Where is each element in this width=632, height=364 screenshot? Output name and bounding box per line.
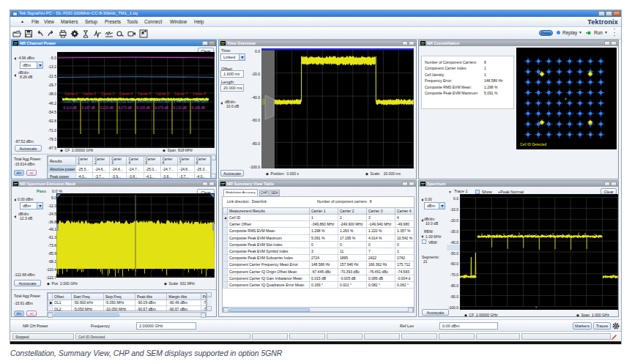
svg-text:-5.305 dBm: -5.305 dBm — [154, 100, 171, 103]
svg-text:Carrier 7: Carrier 7 — [174, 92, 187, 96]
svg-text:-9.273 dB: -9.273 dB — [117, 106, 132, 110]
svg-text:-9.167 dB: -9.167 dB — [81, 106, 95, 110]
svg-text:-5.499 dBm: -5.499 dBm — [190, 100, 208, 103]
svg-text:Carrier 5: Carrier 5 — [138, 92, 151, 96]
svg-text:-5.402 dBm: -5.402 dBm — [172, 100, 190, 103]
svg-text:-5.220 dBm: -5.220 dBm — [62, 100, 80, 103]
svg-text:Carrier 2: Carrier 2 — [83, 92, 96, 96]
svg-text:Cell ID Detected: Cell ID Detected — [520, 142, 547, 146]
svg-text:-9.326 dB: -9.326 dB — [135, 106, 150, 110]
svg-text:Carrier 8: Carrier 8 — [193, 92, 206, 96]
svg-text:-5.111 dBm: -5.111 dBm — [117, 100, 134, 103]
svg-text:-9.114 dB: -9.114 dB — [62, 106, 77, 110]
svg-text:-9.185 dB: -9.185 dB — [190, 106, 205, 110]
svg-text:-9.132 dB: -9.132 dB — [172, 106, 187, 110]
svg-text:-5.317 dBm: -5.317 dBm — [81, 100, 98, 103]
svg-text:Carrier 1: Carrier 1 — [64, 92, 78, 96]
svg-text:-5.208 dBm: -5.208 dBm — [135, 100, 153, 103]
svg-text:Carrier 4: Carrier 4 — [119, 92, 133, 96]
svg-text:Carrier 6: Carrier 6 — [156, 92, 169, 96]
svg-text:-9.220 dB: -9.220 dB — [99, 106, 114, 110]
svg-text:-5.414 dBm: -5.414 dBm — [99, 100, 116, 103]
svg-text:Carrier 3: Carrier 3 — [101, 92, 114, 96]
svg-text:-9.379 dB: -9.379 dB — [154, 106, 168, 110]
